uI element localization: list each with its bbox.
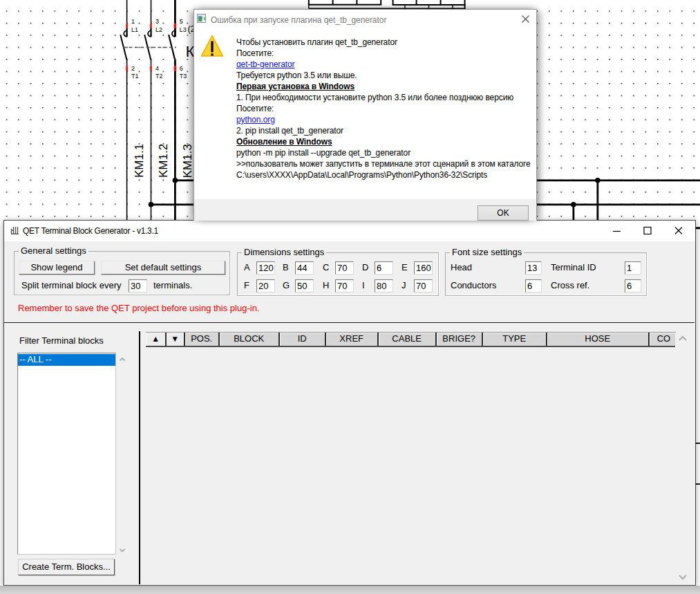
svg-text:2: 2 <box>131 65 135 72</box>
svg-text:T2: T2 <box>155 73 163 80</box>
svg-text:L2: L2 <box>155 26 162 33</box>
svg-text:T1: T1 <box>131 73 139 80</box>
svg-text:L1: L1 <box>131 26 138 33</box>
svg-text:KM1.2: KM1.2 <box>157 144 170 178</box>
svg-text:T3: T3 <box>180 73 187 80</box>
svg-text:KM1.1: KM1.1 <box>133 144 146 178</box>
svg-text:4: 4 <box>155 65 159 72</box>
svg-text:1: 1 <box>131 18 135 25</box>
svg-text:3: 3 <box>155 18 159 25</box>
svg-text:6: 6 <box>180 65 183 72</box>
svg-text:L3: L3 <box>180 26 187 33</box>
svg-text:KM1.3: KM1.3 <box>181 144 194 178</box>
svg-text:5: 5 <box>180 18 183 25</box>
